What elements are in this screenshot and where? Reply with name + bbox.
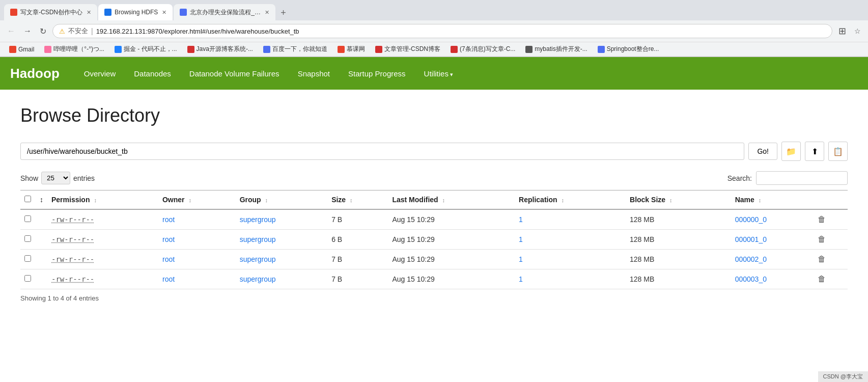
group-sort-icon: ↕ (265, 197, 268, 203)
path-input[interactable] (20, 143, 744, 160)
owner-sort-icon: ↕ (188, 197, 191, 203)
row-delete-icon[interactable]: 🗑 (818, 275, 826, 283)
hadoop-navbar: Hadoop Overview Datanodes Datanode Volum… (0, 57, 868, 90)
row-replication: 1 (515, 209, 626, 230)
row-3-checkbox[interactable] (24, 275, 31, 282)
row-replication-link[interactable]: 1 (519, 235, 523, 243)
row-replication-link[interactable]: 1 (519, 275, 523, 283)
row-0-checkbox[interactable] (24, 215, 31, 222)
show-label: Show (20, 174, 38, 182)
row-index-cell (36, 230, 47, 250)
row-owner-link[interactable]: root (162, 255, 175, 263)
nav-utilities[interactable]: Utilities (415, 59, 462, 88)
table-row: -rw-r--r-- root supergroup 7 B Aug 15 10… (20, 250, 848, 269)
bookmark-csdn-manage-favicon (375, 46, 382, 53)
row-permission: -rw-r--r-- (47, 269, 158, 289)
row-replication-link[interactable]: 1 (519, 215, 523, 224)
nav-snapshot[interactable]: Snapshot (289, 59, 339, 88)
back-button[interactable]: ← (5, 24, 17, 38)
row-delete-icon[interactable]: 🗑 (818, 235, 826, 243)
bookmark-mooc[interactable]: 慕课网 (333, 44, 369, 54)
row-group-link[interactable]: supergroup (240, 235, 276, 243)
nav-startup-progress[interactable]: Startup Progress (339, 59, 415, 88)
row-group: supergroup (236, 269, 327, 289)
translate-button[interactable]: ⊞ (836, 23, 848, 39)
bookmark-juejin[interactable]: 掘金 - 代码不止，... (110, 44, 181, 54)
bookmark-baidu[interactable]: 百度一下，你就知道 (259, 44, 331, 54)
th-group[interactable]: Group ↕ (236, 190, 327, 210)
bookmark-bilibili[interactable]: 哔哩哔哩（°-°)つ... (40, 44, 108, 54)
row-group-link[interactable]: supergroup (240, 275, 276, 283)
th-permission[interactable]: Permission ↕ (47, 190, 158, 210)
row-delete-icon[interactable]: 🗑 (818, 215, 826, 224)
permission-sort-icon: ↕ (94, 197, 97, 203)
table-controls: Show 10 25 50 100 entries Search: (20, 171, 848, 185)
row-name: 000001_0 (731, 230, 814, 250)
row-name-link[interactable]: 000000_0 (735, 215, 767, 224)
row-name-link[interactable]: 000003_0 (735, 275, 767, 283)
bookmark-juejin-favicon (115, 46, 122, 53)
th-replication[interactable]: Replication ↕ (515, 190, 626, 210)
bookmark-gmail[interactable]: Gmail (5, 45, 38, 54)
row-delete-cell: 🗑 (814, 209, 848, 230)
row-last-modified: Aug 15 10:29 (388, 209, 515, 230)
bookmark-springboot[interactable]: Springboot整合re... (594, 44, 663, 54)
th-last-modified[interactable]: Last Modified ↕ (388, 190, 515, 210)
row-replication-link[interactable]: 1 (519, 255, 523, 263)
th-block-size[interactable]: Block Size ↕ (626, 190, 731, 210)
tab-3-close[interactable]: ✕ (265, 9, 269, 16)
bookmark-csdn-write-label: (7条消息)写文章-C... (460, 45, 515, 53)
th-sort[interactable]: ↕ (36, 190, 47, 210)
search-box: Search: (727, 171, 848, 185)
bookmark-gmail-favicon (9, 46, 16, 53)
tab-2[interactable]: Browsing HDFS ✕ (98, 4, 173, 20)
row-group-link[interactable]: supergroup (240, 215, 276, 224)
row-permission: -rw-r--r-- (47, 209, 158, 230)
nav-datanode-volume-failures[interactable]: Datanode Volume Failures (180, 59, 289, 88)
th-size[interactable]: Size ↕ (327, 190, 388, 210)
row-1-checkbox[interactable] (24, 235, 31, 242)
row-name-link[interactable]: 000001_0 (735, 235, 767, 243)
upload-icon-button[interactable]: ⬆ (805, 142, 824, 161)
nav-overview[interactable]: Overview (75, 59, 125, 88)
bookmark-csdn-write[interactable]: (7条消息)写文章-C... (446, 44, 519, 54)
tab-3[interactable]: 北京办理失业保险流程_百度搜索 ✕ (174, 4, 275, 20)
bookmark-bilibili-favicon (44, 46, 51, 53)
row-owner-link[interactable]: root (162, 215, 175, 224)
row-size: 7 B (327, 269, 388, 289)
tab-2-title: Browsing HDFS (115, 9, 158, 16)
row-2-checkbox[interactable] (24, 255, 31, 262)
new-tab-button[interactable]: + (276, 6, 290, 20)
address-text[interactable]: 192.168.221.131:9870/explorer.html#/user… (96, 28, 826, 35)
clipboard-icon-button[interactable]: 📋 (828, 142, 848, 161)
row-group-link[interactable]: supergroup (240, 255, 276, 263)
row-index-cell (36, 209, 47, 230)
tab-1[interactable]: 写文章-CSDN创作中心 ✕ (4, 4, 97, 20)
tab-1-close[interactable]: ✕ (87, 9, 91, 16)
tab-2-close[interactable]: ✕ (162, 9, 166, 16)
forward-button[interactable]: → (21, 24, 34, 38)
row-delete-icon[interactable]: 🗑 (818, 255, 826, 263)
bookmark-button[interactable]: ☆ (852, 25, 863, 37)
row-owner-link[interactable]: root (162, 275, 175, 283)
row-size: 7 B (327, 250, 388, 269)
tab-1-title: 写文章-CSDN创作中心 (20, 8, 82, 17)
bookmark-mybatis[interactable]: mybatis插件开发-... (521, 44, 591, 54)
nav-datanodes[interactable]: Datanodes (125, 59, 180, 88)
th-name[interactable]: Name ↕ (731, 190, 814, 210)
nav-links: Overview Datanodes Datanode Volume Failu… (75, 59, 462, 88)
row-group: supergroup (236, 250, 327, 269)
go-button[interactable]: Go! (748, 143, 777, 160)
th-owner[interactable]: Owner ↕ (158, 190, 236, 210)
refresh-button[interactable]: ↻ (38, 24, 48, 38)
row-name-link[interactable]: 000002_0 (735, 255, 767, 263)
search-input[interactable] (756, 171, 848, 185)
entries-select[interactable]: 10 25 50 100 (41, 172, 70, 184)
bookmark-csdn-manage[interactable]: 文章管理-CSDN博客 (371, 44, 444, 54)
select-all-checkbox[interactable] (24, 196, 31, 202)
bookmark-java-blog[interactable]: Java开源博客系统-... (183, 44, 257, 54)
row-group: supergroup (236, 230, 327, 250)
folder-icon-button[interactable]: 📁 (781, 142, 801, 161)
row-owner-link[interactable]: root (162, 235, 175, 243)
bookmark-java-blog-favicon (187, 46, 194, 53)
